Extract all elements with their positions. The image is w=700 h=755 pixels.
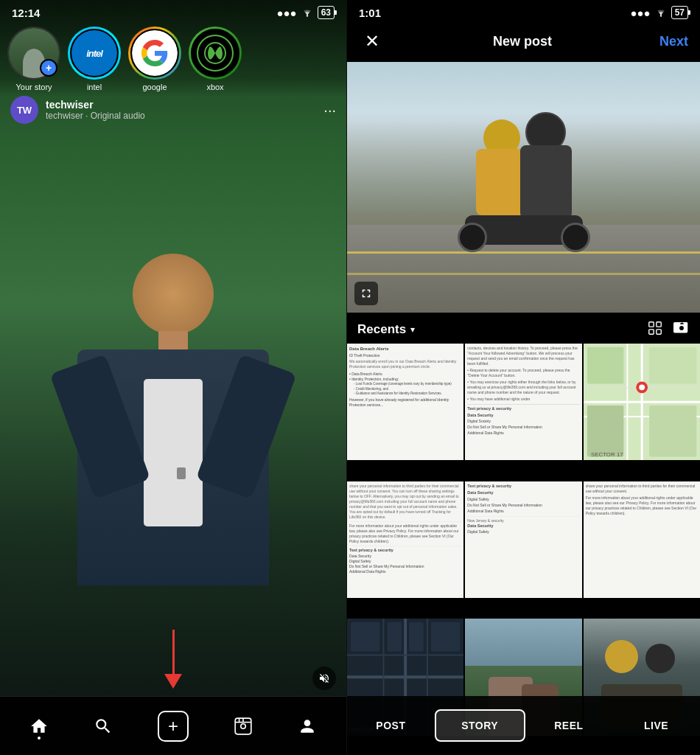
new-post-header: ✕ New post Next [347, 22, 700, 62]
preview-image-area [347, 62, 700, 313]
tab-story[interactable]: STORY [435, 709, 525, 742]
right-panel: 1:01 ●●● 57 ✕ New post Next [346, 0, 700, 755]
thumbnail-grid: Data Breach Alerts ID Theft Protection W… [347, 344, 700, 755]
username: techwiser [46, 99, 145, 111]
status-bar-left: 12:14 ●●● 63 [0, 0, 346, 22]
recents-chevron: ▾ [410, 324, 415, 335]
time-left: 12:14 [12, 7, 40, 19]
wifi-icon-left [301, 8, 313, 17]
status-icons-right: ●●● 57 [630, 6, 688, 19]
google-ring [128, 27, 181, 80]
thumbnail-4[interactable]: share your personal information to third… [347, 481, 463, 598]
nav-profile[interactable] [298, 717, 317, 736]
expand-icon [360, 287, 373, 300]
svg-rect-31 [351, 622, 380, 652]
mute-button[interactable] [312, 667, 336, 690]
reels-icon [234, 717, 253, 736]
svg-point-3 [241, 723, 246, 728]
nav-home[interactable] [29, 717, 49, 736]
google-logo [132, 30, 178, 76]
svg-rect-8 [649, 322, 654, 327]
xbox-ring [189, 27, 242, 80]
camera-icon [673, 320, 690, 336]
svg-point-0 [306, 15, 307, 16]
profile-icon [298, 717, 317, 736]
home-icon [29, 717, 49, 736]
nav-reels[interactable] [234, 717, 253, 736]
svg-rect-10 [649, 330, 654, 334]
expand-button[interactable] [354, 282, 378, 305]
status-icons-left: ●●● 63 [276, 6, 335, 19]
post-metadata: TW techwiser techwiser · Original audio … [0, 88, 346, 131]
camera-button[interactable] [673, 320, 690, 339]
tab-post[interactable]: POST [347, 709, 435, 742]
close-button[interactable]: ✕ [359, 28, 385, 55]
intel-ring: intel [68, 27, 121, 80]
recents-header: Recents ▾ [347, 313, 700, 344]
svg-rect-32 [387, 622, 402, 652]
svg-point-23 [639, 384, 645, 390]
left-panel: 12:14 ●●● 63 [0, 0, 346, 755]
bottom-tab-bar: POST STORY REEL LIVE [347, 696, 700, 755]
multi-select-button[interactable] [647, 320, 663, 339]
tab-live[interactable]: LIVE [612, 709, 700, 742]
thumbnail-2[interactable]: contacts, devices and location history. … [465, 344, 581, 460]
status-bar-right: 1:01 ●●● 57 [347, 0, 700, 22]
post-user: TW techwiser techwiser · Original audio [10, 96, 145, 124]
red-arrow-indicator [164, 630, 182, 689]
battery-left: 63 [318, 6, 335, 19]
add-icon: + [168, 717, 178, 735]
svg-rect-9 [657, 322, 661, 327]
svg-rect-34 [431, 622, 461, 652]
bottom-nav: + [0, 696, 346, 755]
xbox-logo [192, 30, 238, 76]
intel-logo: intel [71, 30, 117, 76]
thumbnail-5[interactable]: Text privacy & security Data Security Di… [465, 481, 581, 598]
svg-rect-20 [587, 406, 623, 456]
user-subtitle: techwiser · Original audio [46, 111, 145, 121]
svg-rect-33 [409, 622, 424, 652]
svg-point-7 [659, 15, 661, 16]
svg-rect-11 [657, 330, 661, 334]
svg-rect-21 [649, 406, 696, 456]
story-item-xbox[interactable]: xbox [189, 27, 242, 91]
signal-dots-right: ●●● [630, 7, 650, 19]
map-thumbnail: SECTOR 17 [584, 344, 700, 460]
svg-rect-19 [649, 347, 696, 383]
new-post-title: New post [493, 34, 552, 49]
wifi-icon-right [655, 8, 667, 17]
thumbnail-3[interactable]: SECTOR 17 [584, 344, 700, 460]
battery-right: 57 [671, 6, 688, 19]
story-item-google[interactable]: google [128, 27, 181, 91]
thumbnail-6[interactable]: share your personal information to third… [584, 481, 700, 598]
your-story-avatar[interactable] [7, 27, 60, 80]
signal-dots-left: ●●● [276, 7, 296, 19]
post-menu-dots[interactable]: ··· [323, 102, 336, 119]
next-button[interactable]: Next [659, 34, 688, 49]
time-right: 1:01 [359, 7, 381, 19]
home-active-dot [38, 737, 41, 740]
tab-reel[interactable]: REEL [525, 709, 613, 742]
thumbnail-1[interactable]: Data Breach Alerts ID Theft Protection W… [347, 344, 463, 460]
nav-search[interactable] [94, 717, 113, 736]
nav-add[interactable]: + [158, 711, 189, 742]
motorcycle-scene [347, 62, 700, 313]
story-item-intel[interactable]: intel intel [68, 27, 121, 91]
svg-text:SECTOR 17: SECTOR 17 [591, 451, 623, 458]
mute-icon [318, 672, 330, 684]
recents-title[interactable]: Recents ▾ [357, 322, 415, 337]
recents-label: Recents [357, 322, 406, 337]
svg-rect-18 [587, 347, 623, 383]
search-icon [94, 717, 113, 736]
story-item-your[interactable]: Your story [7, 27, 60, 91]
user-avatar: TW [10, 96, 38, 124]
recents-action-icons [647, 320, 690, 339]
multi-select-icon [647, 320, 663, 336]
